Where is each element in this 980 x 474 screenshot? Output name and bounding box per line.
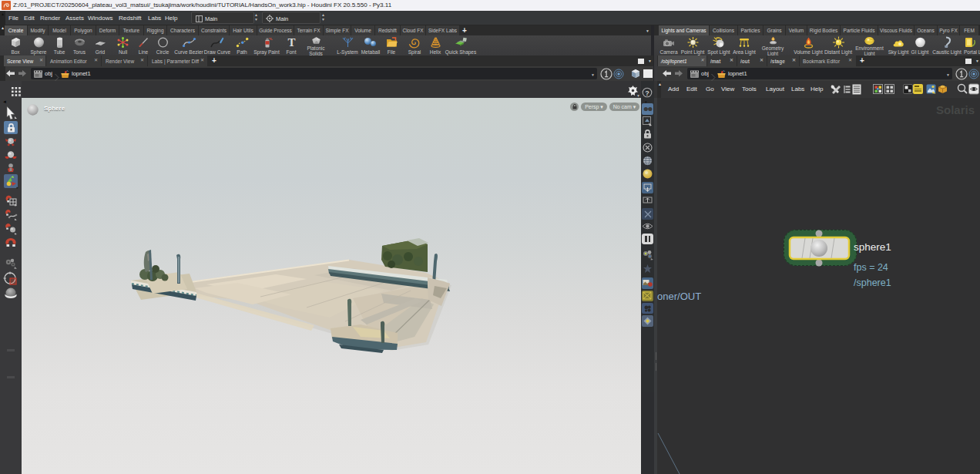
svg-text:T: T: [287, 36, 295, 49]
svg-text:?: ?: [645, 89, 649, 97]
